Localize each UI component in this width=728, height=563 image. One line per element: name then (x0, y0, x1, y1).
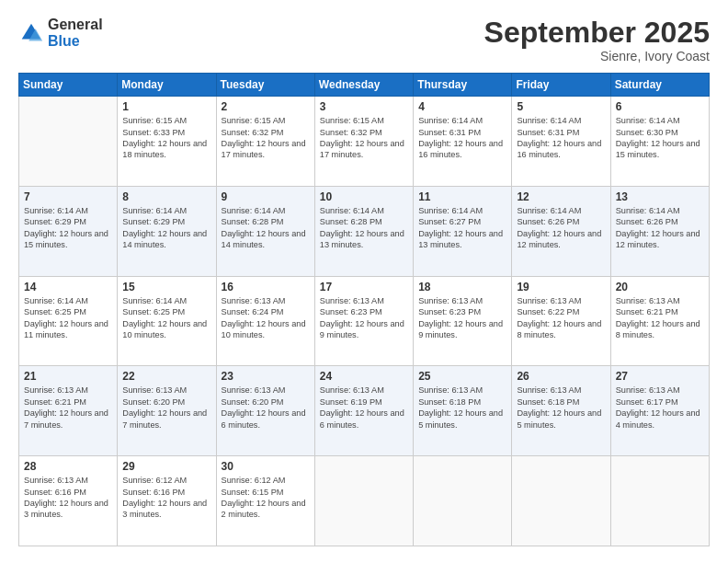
calendar-cell: 21Sunrise: 6:13 AMSunset: 6:21 PMDayligh… (19, 366, 118, 456)
day-info: Sunrise: 6:14 AMSunset: 6:29 PMDaylight:… (24, 205, 112, 251)
day-number: 26 (517, 370, 605, 383)
weekday-header-row: SundayMondayTuesdayWednesdayThursdayFrid… (19, 74, 710, 97)
day-number: 19 (517, 281, 605, 293)
day-number: 29 (122, 460, 210, 473)
day-number: 12 (517, 190, 605, 203)
calendar-cell: 11Sunrise: 6:14 AMSunset: 6:27 PMDayligh… (414, 186, 512, 276)
weekday-header-thursday: Thursday (414, 74, 512, 97)
weekday-header-tuesday: Tuesday (216, 74, 314, 97)
calendar-cell: 28Sunrise: 6:13 AMSunset: 6:16 PMDayligh… (19, 456, 118, 546)
day-number: 10 (320, 190, 408, 203)
day-number: 13 (616, 190, 704, 203)
logo: General Blue (18, 17, 103, 49)
day-number: 27 (616, 370, 704, 383)
day-number: 7 (24, 190, 112, 203)
day-info: Sunrise: 6:13 AMSunset: 6:22 PMDaylight:… (517, 295, 605, 341)
day-info: Sunrise: 6:13 AMSunset: 6:23 PMDaylight:… (320, 295, 408, 341)
logo-text: General Blue (48, 17, 103, 49)
day-info: Sunrise: 6:14 AMSunset: 6:28 PMDaylight:… (320, 205, 408, 251)
calendar-cell: 15Sunrise: 6:14 AMSunset: 6:25 PMDayligh… (118, 276, 216, 366)
calendar-cell: 3Sunrise: 6:15 AMSunset: 6:32 PMDaylight… (314, 97, 413, 187)
weekday-header-saturday: Saturday (610, 74, 709, 97)
day-info: Sunrise: 6:13 AMSunset: 6:18 PMDaylight:… (418, 385, 506, 431)
day-number: 15 (122, 281, 210, 293)
calendar-week-row: 21Sunrise: 6:13 AMSunset: 6:21 PMDayligh… (19, 366, 710, 456)
calendar-cell: 17Sunrise: 6:13 AMSunset: 6:23 PMDayligh… (314, 276, 413, 366)
day-info: Sunrise: 6:14 AMSunset: 6:27 PMDaylight:… (418, 205, 506, 251)
calendar-cell: 12Sunrise: 6:14 AMSunset: 6:26 PMDayligh… (512, 186, 610, 276)
weekday-header-friday: Friday (512, 74, 610, 97)
day-number: 6 (616, 100, 704, 113)
day-number: 4 (418, 100, 506, 113)
day-info: Sunrise: 6:14 AMSunset: 6:31 PMDaylight:… (517, 115, 605, 161)
logo-icon (18, 20, 44, 46)
day-number: 2 (222, 100, 310, 113)
calendar-cell: 6Sunrise: 6:14 AMSunset: 6:30 PMDaylight… (610, 97, 709, 187)
calendar-week-row: 14Sunrise: 6:14 AMSunset: 6:25 PMDayligh… (19, 276, 710, 366)
day-info: Sunrise: 6:12 AMSunset: 6:16 PMDaylight:… (122, 475, 210, 521)
day-info: Sunrise: 6:14 AMSunset: 6:25 PMDaylight:… (122, 295, 210, 341)
day-info: Sunrise: 6:14 AMSunset: 6:26 PMDaylight:… (517, 205, 605, 251)
day-info: Sunrise: 6:13 AMSunset: 6:23 PMDaylight:… (418, 295, 506, 341)
day-info: Sunrise: 6:14 AMSunset: 6:25 PMDaylight:… (24, 295, 112, 341)
day-info: Sunrise: 6:13 AMSunset: 6:20 PMDaylight:… (222, 385, 310, 431)
calendar-cell: 2Sunrise: 6:15 AMSunset: 6:32 PMDaylight… (216, 97, 314, 187)
month-title: September 2025 (484, 17, 710, 49)
day-info: Sunrise: 6:13 AMSunset: 6:19 PMDaylight:… (320, 385, 408, 431)
calendar-week-row: 1Sunrise: 6:15 AMSunset: 6:33 PMDaylight… (19, 97, 710, 187)
calendar-week-row: 28Sunrise: 6:13 AMSunset: 6:16 PMDayligh… (19, 456, 710, 546)
weekday-header-wednesday: Wednesday (314, 74, 413, 97)
day-info: Sunrise: 6:14 AMSunset: 6:31 PMDaylight:… (418, 115, 506, 161)
day-number: 20 (616, 281, 704, 293)
day-info: Sunrise: 6:13 AMSunset: 6:21 PMDaylight:… (616, 295, 704, 341)
day-number: 8 (122, 190, 210, 203)
page: General Blue September 2025 Sienre, Ivor… (0, 0, 728, 563)
calendar-table: SundayMondayTuesdayWednesdayThursdayFrid… (18, 73, 710, 546)
weekday-header-sunday: Sunday (19, 74, 118, 97)
calendar-cell: 10Sunrise: 6:14 AMSunset: 6:28 PMDayligh… (314, 186, 413, 276)
calendar-cell: 5Sunrise: 6:14 AMSunset: 6:31 PMDaylight… (512, 97, 610, 187)
logo-general-text: General (48, 17, 103, 33)
calendar-cell: 13Sunrise: 6:14 AMSunset: 6:26 PMDayligh… (610, 186, 709, 276)
day-number: 23 (222, 370, 310, 383)
calendar-cell: 29Sunrise: 6:12 AMSunset: 6:16 PMDayligh… (118, 456, 216, 546)
day-number: 30 (222, 460, 310, 473)
header: General Blue September 2025 Sienre, Ivor… (18, 17, 710, 63)
day-number: 11 (418, 190, 506, 203)
day-info: Sunrise: 6:13 AMSunset: 6:18 PMDaylight:… (517, 385, 605, 431)
calendar-cell (610, 456, 709, 546)
day-number: 16 (222, 281, 310, 293)
calendar-cell (512, 456, 610, 546)
calendar-cell: 26Sunrise: 6:13 AMSunset: 6:18 PMDayligh… (512, 366, 610, 456)
day-number: 25 (418, 370, 506, 383)
day-info: Sunrise: 6:14 AMSunset: 6:26 PMDaylight:… (616, 205, 704, 251)
day-info: Sunrise: 6:14 AMSunset: 6:28 PMDaylight:… (222, 205, 310, 251)
day-number: 22 (122, 370, 210, 383)
calendar-cell: 1Sunrise: 6:15 AMSunset: 6:33 PMDaylight… (118, 97, 216, 187)
day-number: 9 (222, 190, 310, 203)
day-info: Sunrise: 6:12 AMSunset: 6:15 PMDaylight:… (222, 475, 310, 521)
day-number: 21 (24, 370, 112, 383)
day-info: Sunrise: 6:13 AMSunset: 6:16 PMDaylight:… (24, 475, 112, 521)
calendar-cell (414, 456, 512, 546)
day-info: Sunrise: 6:15 AMSunset: 6:32 PMDaylight:… (222, 115, 310, 161)
day-info: Sunrise: 6:13 AMSunset: 6:24 PMDaylight:… (222, 295, 310, 341)
title-block: September 2025 Sienre, Ivory Coast (484, 17, 710, 63)
day-number: 18 (418, 281, 506, 293)
location-subtitle: Sienre, Ivory Coast (484, 49, 710, 63)
calendar-cell (19, 97, 118, 187)
calendar-cell: 30Sunrise: 6:12 AMSunset: 6:15 PMDayligh… (216, 456, 314, 546)
day-info: Sunrise: 6:13 AMSunset: 6:21 PMDaylight:… (24, 385, 112, 431)
calendar-cell: 8Sunrise: 6:14 AMSunset: 6:29 PMDaylight… (118, 186, 216, 276)
calendar-cell: 7Sunrise: 6:14 AMSunset: 6:29 PMDaylight… (19, 186, 118, 276)
day-number: 17 (320, 281, 408, 293)
calendar-cell: 23Sunrise: 6:13 AMSunset: 6:20 PMDayligh… (216, 366, 314, 456)
calendar-cell: 16Sunrise: 6:13 AMSunset: 6:24 PMDayligh… (216, 276, 314, 366)
day-info: Sunrise: 6:15 AMSunset: 6:33 PMDaylight:… (122, 115, 210, 161)
calendar-cell: 20Sunrise: 6:13 AMSunset: 6:21 PMDayligh… (610, 276, 709, 366)
day-number: 1 (122, 100, 210, 113)
day-number: 14 (24, 281, 112, 293)
calendar-cell: 22Sunrise: 6:13 AMSunset: 6:20 PMDayligh… (118, 366, 216, 456)
day-info: Sunrise: 6:15 AMSunset: 6:32 PMDaylight:… (320, 115, 408, 161)
day-info: Sunrise: 6:14 AMSunset: 6:29 PMDaylight:… (122, 205, 210, 251)
